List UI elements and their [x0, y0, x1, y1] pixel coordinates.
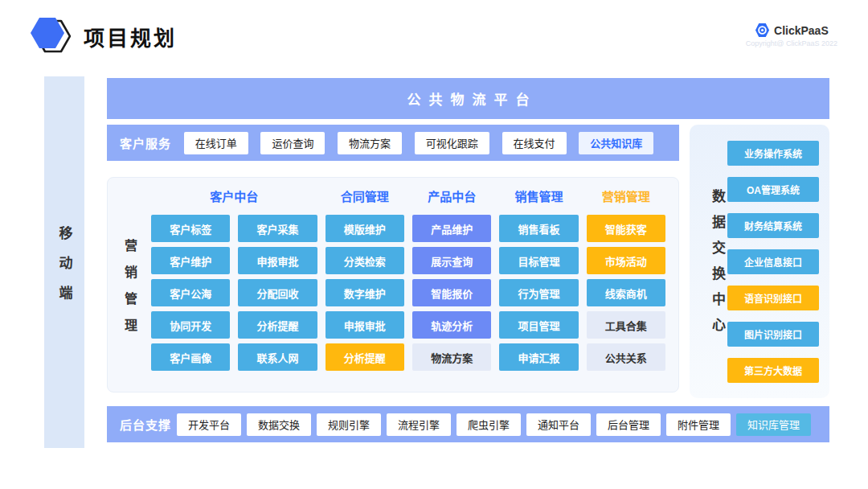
data-exchange-buttons: 业务操作系统OA管理系统财务结算系统企业信息接口语音识别接口图片识别接口第三方大… [727, 141, 830, 383]
matrix-column-header: 客户中台 [151, 181, 317, 210]
backend-button[interactable]: 数据交换 [247, 413, 311, 436]
brand-name: ClickPaaS [774, 24, 829, 37]
exchange-button[interactable]: 财务结算系统 [727, 213, 819, 238]
backend-support-label: 后台支撑 [120, 416, 171, 433]
matrix-cell-button[interactable]: 申报审批 [238, 247, 317, 274]
matrix-grid: 客户中台合同管理产品中台销售管理营销管理客户标签客户采集模版维护产品维护销售看板… [151, 178, 678, 392]
matrix-cell-button[interactable]: 分析提醒 [326, 343, 404, 371]
backend-button[interactable]: 后台管理 [596, 413, 661, 436]
backend-button[interactable]: 爬虫引擎 [457, 413, 521, 436]
service-button[interactable]: 公共知识库 [579, 132, 653, 154]
matrix-cell-button[interactable]: 产品维护 [412, 215, 491, 242]
page-title: 项目规划 [84, 22, 177, 51]
matrix-column-header: 产品中台 [412, 181, 491, 210]
matrix-cell-button[interactable]: 项目管理 [499, 311, 578, 339]
brand-copyright: Copyright@ ClickPaaS 2022 [746, 39, 837, 47]
matrix-cell-button[interactable]: 轨迹分析 [412, 311, 491, 339]
platform-banner: 公共物流平台 [107, 78, 829, 119]
matrix-cell-button[interactable]: 客户标签 [151, 215, 230, 242]
data-exchange-label: 数据交换中心 [707, 177, 727, 343]
matrix-cell-button[interactable]: 智能获客 [587, 215, 665, 242]
matrix-cell-button[interactable]: 智能报价 [412, 279, 491, 306]
platform-banner-label: 公共物流平台 [407, 88, 538, 109]
customer-service-label: 客户服务 [120, 134, 171, 151]
matrix-cell-button[interactable]: 申请汇报 [499, 343, 578, 371]
matrix-cell-button[interactable]: 线索商机 [587, 279, 665, 306]
service-button[interactable]: 运价查询 [260, 132, 325, 154]
exchange-button[interactable]: 企业信息接口 [727, 249, 819, 274]
customer-service-band: 客户服务 在线订单运价查询物流方案可视化跟踪在线支付公共知识库 [107, 125, 679, 161]
matrix-cell-button[interactable]: 物流方案 [412, 343, 491, 371]
mobile-side-bar: 移动端 [44, 76, 84, 448]
service-button[interactable]: 在线支付 [502, 132, 567, 154]
backend-button[interactable]: 通知平台 [526, 413, 591, 436]
brand: ClickPaaS Copyright@ ClickPaaS 2022 [746, 23, 837, 47]
matrix-cell-button[interactable]: 客户维护 [151, 247, 230, 274]
matrix-column-header: 营销管理 [587, 181, 665, 210]
matrix-cell-button[interactable]: 市场活动 [587, 247, 665, 274]
backend-button[interactable]: 流程引擎 [387, 413, 451, 436]
exchange-button[interactable]: 第三方大数据 [727, 358, 819, 383]
backend-support-buttons: 开发平台数据交换规则引擎流程引擎爬虫引擎通知平台后台管理附件管理知识库管理 [171, 413, 817, 436]
page: 项目规划 ClickPaaS Copyright@ ClickPaaS 2022… [0, 0, 868, 489]
matrix-cell-button[interactable]: 分析提醒 [238, 311, 317, 339]
page-header: 项目规划 [29, 16, 177, 56]
backend-button[interactable]: 规则引擎 [317, 413, 381, 436]
exchange-button[interactable]: 业务操作系统 [727, 141, 819, 166]
service-button[interactable]: 物流方案 [338, 132, 402, 154]
matrix-cell-button[interactable]: 模版维护 [326, 215, 404, 242]
matrix-cell-button[interactable]: 客户公海 [151, 279, 230, 306]
marketing-matrix-panel: 营销管理 客户中台合同管理产品中台销售管理营销管理客户标签客户采集模版维护产品维… [107, 177, 679, 392]
backend-support-band: 后台支撑 开发平台数据交换规则引擎流程引擎爬虫引擎通知平台后台管理附件管理知识库… [107, 406, 829, 442]
matrix-side: 营销管理 [108, 178, 151, 392]
matrix-side-label: 营销管理 [120, 225, 139, 345]
matrix-cell-button[interactable]: 公共关系 [587, 343, 665, 371]
matrix-cell-button[interactable]: 客户画像 [151, 343, 230, 371]
exchange-button[interactable]: 语音识别接口 [727, 286, 819, 310]
backend-button[interactable]: 附件管理 [666, 413, 731, 436]
hexagon-logo-icon [29, 16, 71, 56]
matrix-cell-button[interactable]: 联系人网 [238, 343, 317, 371]
matrix-cell-button[interactable]: 分配回收 [238, 279, 317, 306]
customer-service-buttons: 在线订单运价查询物流方案可视化跟踪在线支付公共知识库 [171, 132, 666, 154]
matrix-cell-button[interactable]: 目标管理 [499, 247, 578, 274]
backend-button[interactable]: 知识库管理 [736, 413, 811, 436]
matrix-cell-button[interactable]: 工具合集 [587, 311, 665, 339]
matrix-cell-button[interactable]: 展示查询 [412, 247, 491, 274]
exchange-button[interactable]: OA管理系统 [727, 177, 819, 202]
matrix-cell-button[interactable]: 申报审批 [326, 311, 404, 339]
matrix-cell-button[interactable]: 行为管理 [499, 279, 578, 306]
backend-button[interactable]: 开发平台 [177, 413, 241, 436]
mobile-side-bar-label: 移动端 [55, 210, 75, 315]
data-exchange-side: 数据交换中心 [707, 177, 727, 347]
matrix-cell-button[interactable]: 分类检索 [326, 247, 404, 274]
matrix-column-header: 销售管理 [499, 181, 578, 210]
matrix-cell-button[interactable]: 销售看板 [499, 215, 578, 242]
exchange-button[interactable]: 图片识别接口 [727, 322, 819, 347]
matrix-column-header: 合同管理 [326, 181, 404, 210]
service-button[interactable]: 可视化跟踪 [415, 132, 489, 154]
matrix-cell-button[interactable]: 协同开发 [151, 311, 230, 339]
matrix-cell-button[interactable]: 数字维护 [326, 279, 404, 306]
matrix-cell-button[interactable]: 客户采集 [238, 215, 317, 242]
clickpaas-logo-icon [755, 23, 770, 38]
service-button[interactable]: 在线订单 [184, 132, 248, 154]
data-exchange-panel: 数据交换中心 业务操作系统OA管理系统财务结算系统企业信息接口语音识别接口图片识… [690, 125, 829, 398]
